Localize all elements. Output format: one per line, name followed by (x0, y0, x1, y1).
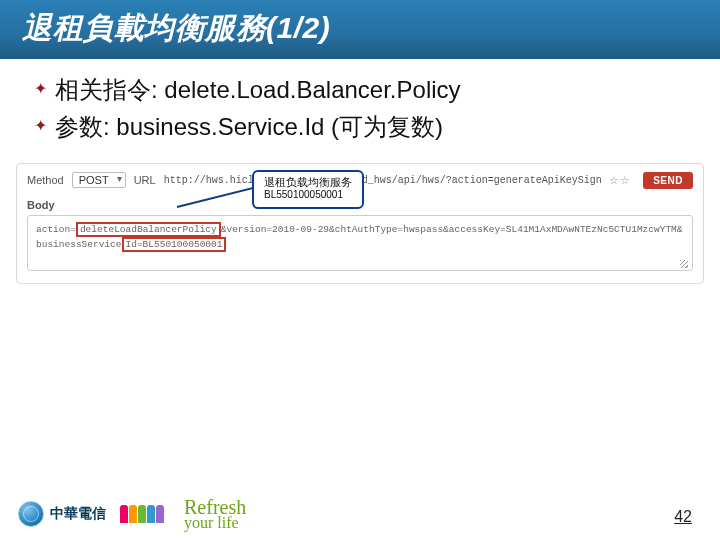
brand-logo: 中華電信 Refresh your life (18, 499, 246, 530)
highlight-action: deleteLoadBalancerPolicy (76, 222, 221, 237)
callout-line2: BL550100050001 (264, 189, 352, 202)
callout-box: 退租负载均衡服务 BL550100050001 (252, 170, 364, 209)
slogan-line2: your life (184, 516, 246, 530)
globe-icon (18, 501, 44, 527)
bullet-item: ✦ 相关指令: delete.Load.Balancer.Policy (34, 73, 686, 108)
body-textarea[interactable]: action=deleteLoadBalancerPolicy&version=… (27, 215, 693, 272)
people-icon (120, 505, 164, 523)
page-number: 42 (674, 508, 692, 526)
content-area: ✦ 相关指令: delete.Load.Balancer.Policy ✦ 参数… (0, 59, 720, 145)
slide-title: 退租負載均衡服務(1/2) (0, 0, 720, 59)
method-select[interactable]: POST (72, 172, 126, 188)
body-text: businessService (36, 239, 122, 250)
favorite-icon[interactable]: ☆☆ (609, 174, 631, 187)
brand-text: 中華電信 (50, 505, 106, 523)
body-text: action= (36, 224, 76, 235)
bullet-text: 相关指令: delete.Load.Balancer.Policy (55, 73, 461, 108)
request-row: Method POST URL http://hws.hicloud.hinet… (27, 172, 693, 189)
url-value: http://hws.hicloud.hinet.net/cloud_hws/a… (164, 175, 602, 186)
api-panel: Method POST URL http://hws.hicloud.hinet… (16, 163, 704, 285)
bullet-item: ✦ 参数: business.Service.Id (可为复数) (34, 110, 686, 145)
resize-handle-icon[interactable] (680, 260, 688, 268)
slogan: Refresh your life (184, 499, 246, 530)
send-button[interactable]: SEND (643, 172, 693, 189)
method-label: Method (27, 174, 64, 186)
bullet-icon: ✦ (34, 73, 47, 105)
callout-line1: 退租负载均衡服务 (264, 176, 352, 190)
slide: 退租負載均衡服務(1/2) ✦ 相关指令: delete.Load.Balanc… (0, 0, 720, 540)
bullet-text: 参数: business.Service.Id (可为复数) (55, 110, 443, 145)
body-text: &version=2010-09-29&chtAuthType=hwspass&… (221, 224, 683, 235)
footer: 中華電信 Refresh your life 42 (0, 488, 720, 540)
bullet-icon: ✦ (34, 110, 47, 142)
highlight-id: Id=BL550100050001 (122, 237, 227, 252)
url-label: URL (134, 174, 156, 186)
